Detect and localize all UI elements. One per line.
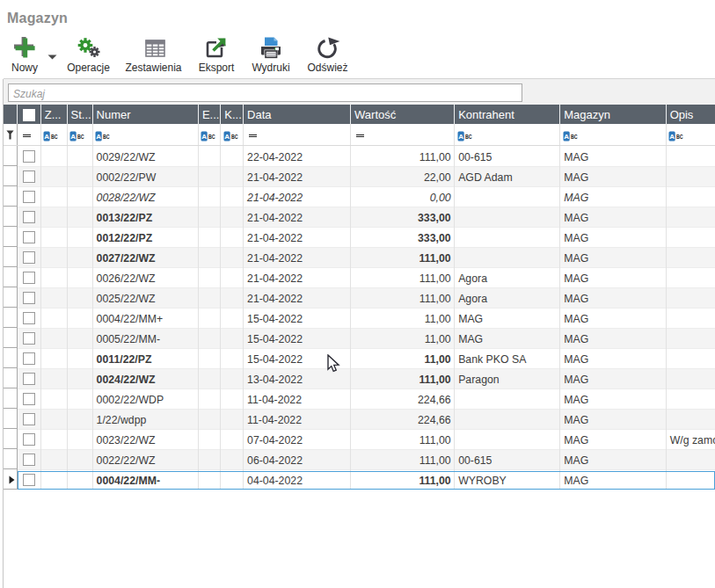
svg-text:BC: BC xyxy=(208,132,215,140)
svg-text:BC: BC xyxy=(77,132,84,140)
svg-text:A: A xyxy=(669,133,675,141)
svg-text:A: A xyxy=(70,133,76,141)
svg-text:A: A xyxy=(202,133,208,141)
svg-text:BC: BC xyxy=(231,132,238,140)
svg-text:A: A xyxy=(224,133,230,141)
svg-text:A: A xyxy=(44,133,49,141)
svg-text:BC: BC xyxy=(103,132,110,140)
svg-text:BC: BC xyxy=(676,132,683,140)
svg-text:A: A xyxy=(458,133,463,141)
svg-text:A: A xyxy=(96,133,101,141)
svg-text:BC: BC xyxy=(51,132,58,140)
svg-text:BC: BC xyxy=(571,132,578,140)
svg-text:A: A xyxy=(564,133,569,141)
svg-text:BC: BC xyxy=(465,132,472,140)
